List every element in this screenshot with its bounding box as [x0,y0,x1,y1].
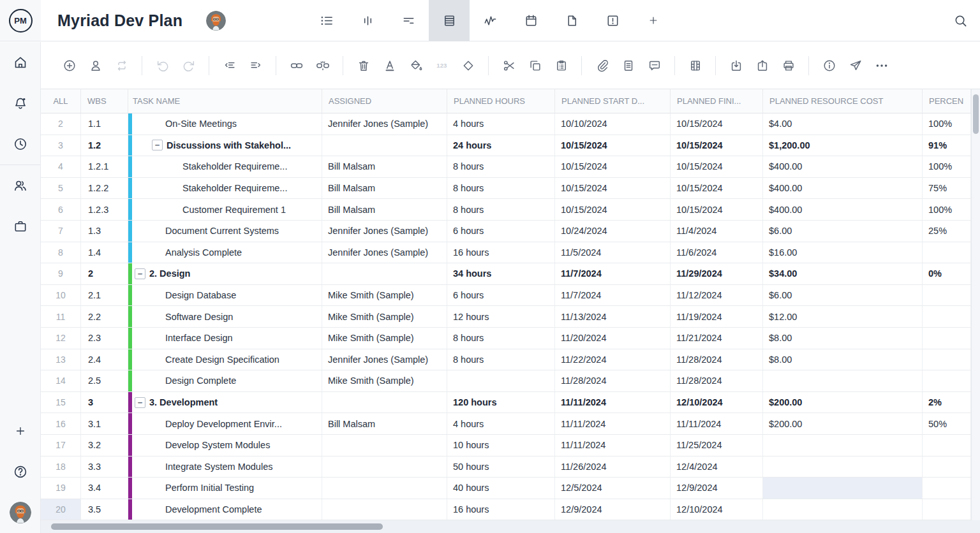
cell-num[interactable]: 16 [41,413,81,434]
cell-assigned[interactable]: Bill Malsam [322,178,447,199]
cell-task[interactable]: Deploy Development Envir... [128,413,322,434]
sidebar-portfolio-button[interactable] [0,206,40,247]
cell-pct[interactable] [923,306,971,327]
cell-cost[interactable] [763,456,923,478]
cell-assigned[interactable]: Jennifer Jones (Sample) [322,242,447,263]
sidebar-add-button[interactable] [0,411,40,451]
cell-assigned[interactable]: Bill Malsam [322,199,447,220]
cell-start[interactable]: 11/28/2024 [555,370,671,391]
cell-task[interactable]: −3. Development [128,392,322,413]
cell-finish[interactable]: 10/15/2024 [671,156,763,177]
cell-assigned[interactable]: Jennifer Jones (Sample) [322,349,447,370]
cell-cost[interactable]: $1,200.00 [763,135,923,156]
cell-num[interactable]: 2 [41,113,81,135]
cell-pct[interactable]: 91% [923,135,971,156]
cell-pct[interactable]: 100% [923,113,971,135]
cell-assigned[interactable]: Mike Smith (Sample) [322,328,447,349]
comments-button[interactable] [641,52,667,78]
recurring-task-button[interactable] [108,52,135,78]
cell-finish[interactable]: 11/25/2024 [671,435,763,456]
cell-num[interactable]: 15 [41,392,81,413]
cell-task[interactable]: −Discussions with Stakehol... [128,135,322,156]
tab-board[interactable] [347,0,388,41]
cell-pct[interactable] [923,370,971,391]
cell-assigned[interactable]: Bill Malsam [322,413,447,434]
cell-start[interactable]: 11/7/2024 [555,263,671,284]
cell-hours[interactable]: 8 hours [447,156,555,177]
cell-finish[interactable]: 11/4/2024 [671,221,763,242]
cell-assigned[interactable]: Jennifer Jones (Sample) [322,221,447,242]
cell-num[interactable]: 9 [41,263,81,284]
collapse-toggle[interactable]: − [135,397,145,408]
cell-cost[interactable] [763,370,923,391]
cell-pct[interactable] [923,456,971,478]
column-header-wbs[interactable]: WBS [81,89,128,113]
cell-cost[interactable]: $6.00 [763,285,923,306]
font-color-button[interactable] [376,52,403,78]
cell-pct[interactable] [923,478,971,499]
cell-assigned[interactable] [322,499,447,520]
cell-task[interactable]: Design Database [128,285,322,306]
cell-wbs[interactable]: 2.1 [81,285,128,306]
vertical-scrollbar-thumb[interactable] [973,94,979,134]
cell-num[interactable]: 7 [41,221,81,242]
cell-assigned[interactable]: Mike Smith (Sample) [322,306,447,327]
sidebar-recent-button[interactable] [0,124,40,164]
cell-hours[interactable]: 8 hours [447,199,555,220]
cell-start[interactable]: 11/22/2024 [555,349,671,370]
cell-hours[interactable] [447,370,555,391]
cell-pct[interactable]: 0% [923,263,971,284]
cell-pct[interactable]: 100% [923,156,971,177]
cell-finish[interactable]: 12/4/2024 [671,456,763,478]
search-button[interactable] [953,13,968,31]
cell-finish[interactable]: 10/15/2024 [671,199,763,220]
cell-cost[interactable]: $12.00 [763,306,923,327]
cell-finish[interactable]: 11/11/2024 [671,413,763,434]
column-header-start[interactable]: PLANNED START D... [555,89,671,113]
cell-wbs[interactable]: 3.5 [81,499,128,520]
cell-cost[interactable]: $200.00 [763,413,923,434]
assign-resource-button[interactable] [82,52,108,78]
cell-assigned[interactable] [322,392,447,413]
column-header-assigned[interactable]: ASSIGNED [322,89,447,113]
cell-finish[interactable]: 10/15/2024 [671,113,763,135]
cell-pct[interactable]: 2% [923,392,971,413]
cell-finish[interactable]: 10/15/2024 [671,135,763,156]
cell-hours[interactable]: 6 hours [447,285,555,306]
cell-start[interactable]: 10/15/2024 [555,156,671,177]
project-owner-avatar[interactable] [206,11,226,31]
columns-button[interactable] [682,52,708,78]
add-task-button[interactable] [56,52,82,78]
paste-button[interactable] [548,52,574,78]
tab-files[interactable] [551,0,592,41]
cell-task[interactable]: Develop System Modules [128,435,322,456]
cell-finish[interactable]: 11/12/2024 [671,285,763,306]
cell-hours[interactable]: 34 hours [447,263,555,284]
cell-finish[interactable]: 11/28/2024 [671,370,763,391]
collapse-toggle[interactable]: − [135,268,145,279]
column-header-task[interactable]: TASK NAME [128,89,322,113]
cell-task[interactable]: Document Current Systems [128,221,322,242]
cell-cost[interactable]: $400.00 [763,178,923,199]
import-button[interactable] [723,52,749,78]
cell-pct[interactable] [923,328,971,349]
cell-finish[interactable]: 11/28/2024 [671,349,763,370]
attachments-button[interactable] [589,52,615,78]
tab-add-view[interactable] [633,0,674,41]
cell-hours[interactable]: 16 hours [447,242,555,263]
notes-button[interactable] [615,52,641,78]
collapse-toggle[interactable]: − [152,140,163,150]
cell-finish[interactable]: 10/15/2024 [671,178,763,199]
cell-cost[interactable]: $34.00 [763,263,923,284]
cell-pct[interactable] [923,499,971,520]
cell-finish[interactable]: 11/19/2024 [671,306,763,327]
cell-start[interactable]: 11/5/2024 [555,242,671,263]
cell-wbs[interactable]: 2.3 [81,328,128,349]
cut-button[interactable] [496,52,522,78]
cell-start[interactable]: 10/24/2024 [555,221,671,242]
cell-num[interactable]: 12 [41,328,81,349]
cell-finish[interactable]: 11/6/2024 [671,242,763,263]
cell-cost[interactable]: $8.00 [763,328,923,349]
tab-risks[interactable] [592,0,633,41]
cell-task[interactable]: Stakeholder Requireme... [128,156,322,177]
